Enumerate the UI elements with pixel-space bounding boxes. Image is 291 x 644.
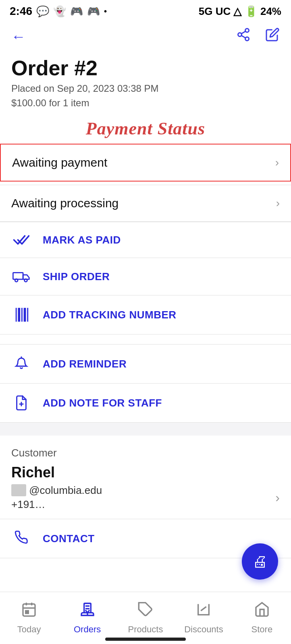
- mark-as-paid-label: MARK AS PAID: [43, 234, 121, 246]
- contact-icon: [11, 530, 31, 547]
- nav-actions: [236, 27, 280, 45]
- add-reminder-label: ADD REMINDER: [43, 358, 127, 370]
- ship-order-label: SHIP ORDER: [43, 270, 110, 283]
- add-note-label: ADD NOTE FOR STAFF: [43, 397, 162, 409]
- customer-email: ···· @columbia.edu: [11, 484, 102, 497]
- awaiting-payment-text: Awaiting payment: [12, 156, 107, 169]
- customer-section-label: Customer: [11, 447, 280, 459]
- svg-rect-20: [26, 611, 29, 613]
- nav-item-store[interactable]: Store: [233, 592, 291, 644]
- today-label: Today: [17, 624, 41, 635]
- back-button[interactable]: ←: [11, 28, 26, 45]
- order-amount: $100.00 for 1 item: [11, 97, 280, 109]
- add-tracking-label: ADD TRACKING NUMBER: [43, 309, 177, 321]
- customer-phone: +191…: [11, 498, 102, 511]
- order-title: Order #2: [11, 57, 280, 80]
- share-button[interactable]: [236, 27, 251, 45]
- fab-icon: 🖨: [252, 553, 268, 570]
- svg-rect-5: [13, 273, 23, 280]
- status-battery: 24%: [260, 5, 281, 17]
- nav-item-discounts[interactable]: Discounts: [175, 592, 233, 644]
- section-gap: [0, 423, 291, 436]
- contact-label: CONTACT: [43, 533, 95, 545]
- add-note-row[interactable]: ADD NOTE FOR STAFF: [0, 384, 291, 422]
- products-icon: [137, 601, 154, 621]
- discounts-label: Discounts: [184, 624, 223, 635]
- svg-point-6: [15, 279, 18, 282]
- customer-name: Richel: [11, 464, 280, 481]
- awaiting-processing-chevron: ›: [276, 197, 280, 210]
- add-tracking-row[interactable]: ADD TRACKING NUMBER: [0, 295, 291, 334]
- svg-rect-9: [18, 308, 20, 322]
- customer-email-row[interactable]: ···· @columbia.edu +191… ›: [11, 484, 280, 511]
- status-whatsapp-icon: 💬: [36, 5, 49, 18]
- svg-rect-10: [21, 308, 23, 322]
- svg-rect-8: [16, 308, 17, 322]
- customer-email-domain: @columbia.edu: [29, 484, 102, 496]
- edit-button[interactable]: [265, 27, 280, 45]
- ship-order-icon: [11, 269, 31, 284]
- nav-item-today[interactable]: Today: [0, 592, 58, 644]
- add-reminder-row[interactable]: ADD REMINDER: [0, 345, 291, 383]
- svg-line-25: [201, 607, 206, 611]
- awaiting-payment-chevron: ›: [275, 156, 279, 169]
- status-game2-icon: 🎮: [87, 5, 100, 18]
- status-battery-icon: 🔋: [245, 5, 258, 17]
- status-bar: 2:46 💬 👻 🎮 🎮 • 5G UC △ 🔋 24%: [0, 0, 291, 21]
- add-reminder-icon: [11, 356, 31, 372]
- awaiting-processing-row[interactable]: Awaiting processing ›: [0, 185, 291, 222]
- home-indicator: [105, 638, 186, 641]
- customer-section: Customer Richel ···· @columbia.edu +191……: [0, 436, 291, 511]
- svg-line-3: [241, 35, 245, 38]
- status-game1-icon: 🎮: [70, 5, 83, 18]
- action-gap: [0, 334, 291, 344]
- customer-email-prefix: ····: [11, 484, 26, 496]
- svg-rect-11: [24, 308, 26, 322]
- ship-order-row[interactable]: SHIP ORDER: [0, 258, 291, 295]
- payment-status-watermark: Payment Status: [0, 117, 291, 144]
- bottom-nav: Today Orders Products: [0, 592, 291, 644]
- svg-rect-16: [23, 604, 35, 616]
- customer-chevron: ›: [275, 490, 280, 505]
- status-signal-icon: △: [233, 5, 241, 17]
- status-time: 2:46: [10, 5, 32, 18]
- discounts-icon: [195, 601, 212, 621]
- top-nav: ←: [0, 21, 291, 52]
- status-right: 5G UC △ 🔋 24%: [199, 5, 281, 18]
- today-icon: [21, 601, 37, 621]
- add-tracking-icon: [11, 307, 31, 323]
- svg-point-7: [25, 279, 27, 282]
- awaiting-payment-row[interactable]: Awaiting payment ›: [0, 144, 291, 182]
- mark-paid-icon: [11, 233, 31, 246]
- order-header: Order #2 Placed on Sep 20, 2023 03:38 PM…: [0, 52, 291, 117]
- products-label: Products: [128, 624, 163, 635]
- order-placed: Placed on Sep 20, 2023 03:38 PM: [11, 83, 280, 94]
- status-dot: •: [104, 7, 107, 16]
- mark-as-paid-row[interactable]: MARK AS PAID: [0, 222, 291, 258]
- svg-rect-12: [27, 308, 28, 322]
- status-left: 2:46 💬 👻 🎮 🎮 •: [10, 5, 107, 18]
- orders-icon: [79, 601, 96, 621]
- svg-line-4: [241, 31, 245, 34]
- awaiting-processing-text: Awaiting processing: [11, 196, 118, 210]
- add-note-icon: [11, 395, 31, 411]
- status-network: 5G UC: [199, 5, 231, 17]
- status-ghost-icon: 👻: [53, 5, 66, 18]
- store-icon: [254, 601, 270, 621]
- nav-item-products[interactable]: Products: [116, 592, 175, 644]
- orders-label: Orders: [74, 624, 101, 635]
- store-label: Store: [252, 624, 273, 635]
- nav-item-orders[interactable]: Orders: [58, 592, 116, 644]
- fab-button[interactable]: 🖨: [242, 543, 278, 580]
